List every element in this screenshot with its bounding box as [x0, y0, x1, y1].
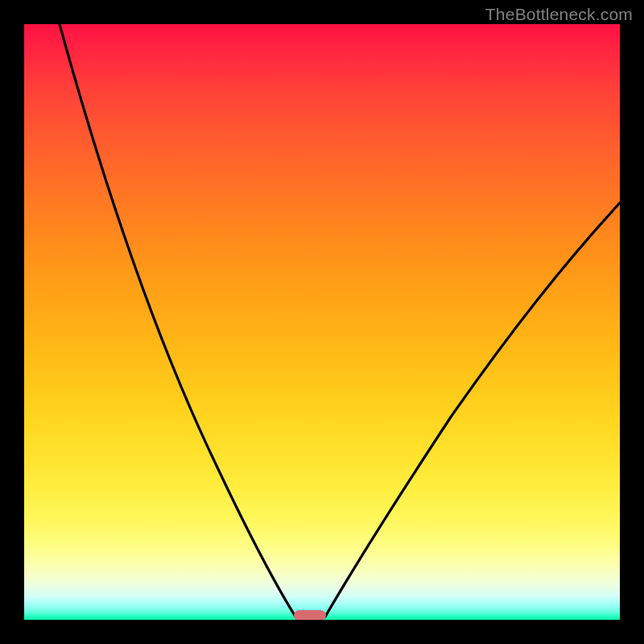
curve-left-branch: [60, 24, 295, 617]
bottleneck-curves: [24, 24, 620, 620]
plot-area: [24, 24, 620, 620]
curve-right-branch: [325, 203, 620, 617]
chart-frame: TheBottleneck.com: [0, 0, 644, 644]
watermark-text: TheBottleneck.com: [485, 5, 633, 24]
bottleneck-marker: [294, 610, 326, 620]
